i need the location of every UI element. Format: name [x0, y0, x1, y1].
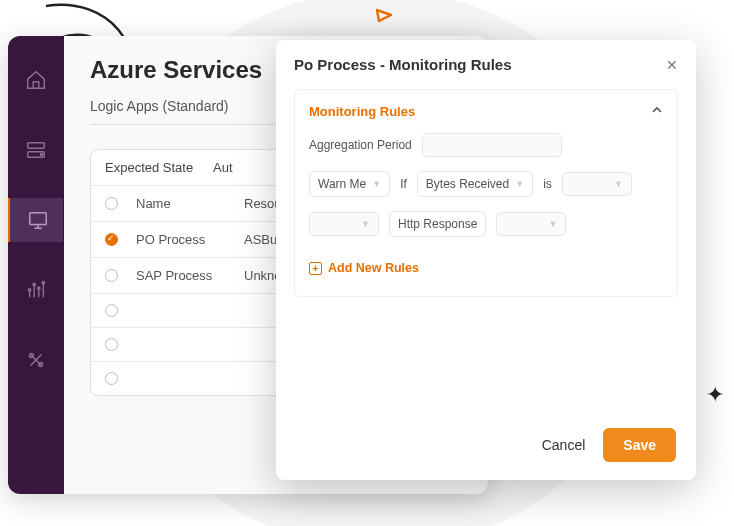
sidebar-item-tools[interactable]	[8, 338, 64, 382]
rule-row-1: Warn Me ▼ If Bytes Received ▼ is ▼	[309, 171, 663, 197]
sidebar-item-analytics[interactable]	[8, 268, 64, 312]
add-rule-label: Add New Rules	[328, 261, 419, 275]
if-label: If	[400, 177, 407, 191]
metric-label: Bytes Received	[426, 177, 509, 191]
row-radio[interactable]	[105, 233, 118, 246]
modal-footer: Cancel Save	[276, 414, 696, 480]
sidebar-item-servers[interactable]	[8, 128, 64, 172]
modal-title: Po Process - Monitoring Rules	[294, 56, 512, 73]
cancel-button[interactable]: Cancel	[542, 437, 586, 453]
sidebar	[8, 36, 64, 494]
metric-select[interactable]: Bytes Received ▼	[417, 171, 533, 197]
http-response-label: Http Response	[398, 217, 477, 231]
tools-icon	[25, 349, 47, 371]
sidebar-item-monitor[interactable]	[8, 198, 63, 242]
row-radio[interactable]	[105, 372, 118, 385]
sidebar-item-home[interactable]	[8, 58, 64, 102]
caret-down-icon: ▼	[614, 179, 623, 189]
threshold-select[interactable]: ▼	[496, 212, 566, 236]
row-radio[interactable]	[105, 338, 118, 351]
select-all-radio[interactable]	[105, 197, 118, 210]
triangle-accent-icon	[375, 8, 393, 28]
value-select[interactable]: ▼	[309, 212, 379, 236]
chevron-up-icon	[651, 104, 663, 119]
rules-section: Monitoring Rules Aggregation Period Warn…	[294, 89, 678, 297]
svg-rect-0	[28, 143, 45, 149]
caret-down-icon: ▼	[515, 179, 524, 189]
aggregation-row: Aggregation Period	[309, 133, 663, 157]
row-radio[interactable]	[105, 269, 118, 282]
analytics-icon	[25, 279, 47, 301]
section-title: Monitoring Rules	[309, 104, 415, 119]
is-label: is	[543, 177, 552, 191]
row-name: SAP Process	[136, 268, 226, 283]
row-radio[interactable]	[105, 304, 118, 317]
col-name: Name	[136, 196, 226, 211]
monitor-icon	[27, 209, 49, 231]
svg-rect-3	[29, 213, 46, 225]
servers-icon	[25, 139, 47, 161]
save-button[interactable]: Save	[603, 428, 676, 462]
modal-body: Monitoring Rules Aggregation Period Warn…	[276, 85, 696, 414]
svg-point-2	[40, 153, 42, 155]
modal-header: Po Process - Monitoring Rules ✕	[276, 40, 696, 85]
close-icon[interactable]: ✕	[666, 57, 678, 73]
section-header[interactable]: Monitoring Rules	[309, 104, 663, 119]
operator-select[interactable]: ▼	[562, 172, 632, 196]
plus-accent-icon: ✦	[706, 382, 724, 408]
aggregation-select[interactable]	[422, 133, 562, 157]
col-expected-state: Expected State	[105, 160, 195, 175]
aggregation-label: Aggregation Period	[309, 138, 412, 152]
http-response-select[interactable]: Http Response	[389, 211, 486, 237]
caret-down-icon: ▼	[372, 179, 381, 189]
warn-label: Warn Me	[318, 177, 366, 191]
plus-icon: +	[309, 262, 322, 275]
warn-select[interactable]: Warn Me ▼	[309, 171, 390, 197]
monitoring-rules-modal: Po Process - Monitoring Rules ✕ Monitori…	[276, 40, 696, 480]
caret-down-icon: ▼	[548, 219, 557, 229]
rule-row-2: ▼ Http Response ▼	[309, 211, 663, 237]
home-icon	[25, 69, 47, 91]
add-rule-button[interactable]: + Add New Rules	[309, 261, 419, 275]
caret-down-icon: ▼	[361, 219, 370, 229]
row-name: PO Process	[136, 232, 226, 247]
